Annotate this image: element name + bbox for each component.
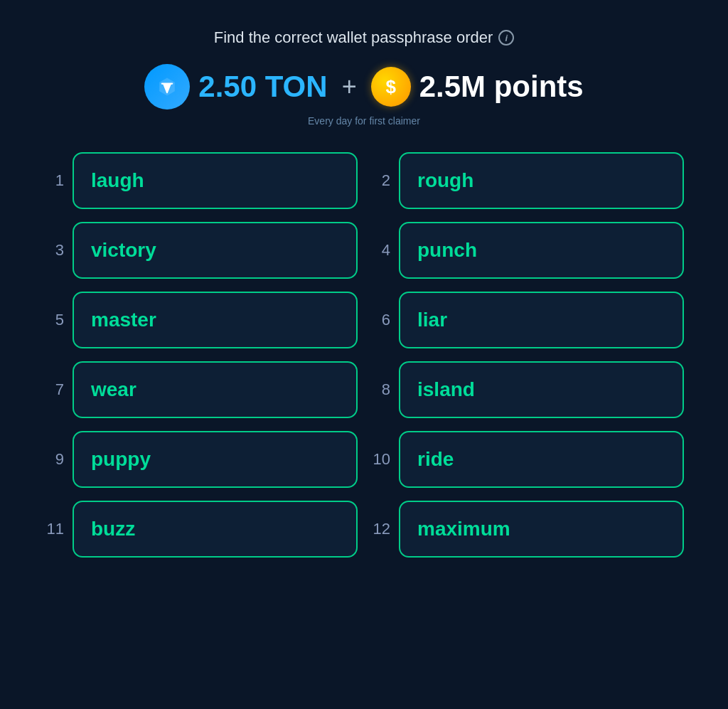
word-item[interactable]: 9puppy	[44, 431, 358, 488]
word-number: 10	[370, 450, 390, 469]
word-item[interactable]: 3victory	[44, 222, 358, 279]
word-box[interactable]: maximum	[399, 501, 684, 558]
word-box[interactable]: puppy	[73, 431, 358, 488]
word-number: 3	[44, 241, 64, 260]
word-box[interactable]: victory	[73, 222, 358, 279]
word-number: 11	[44, 520, 64, 538]
word-grid: 1laugh2rough3victory4punch5master6liar7w…	[44, 152, 684, 558]
word-number: 5	[44, 311, 64, 329]
header-title: Find the correct wallet passphrase order…	[214, 28, 515, 47]
word-box[interactable]: rough	[399, 152, 684, 209]
word-box[interactable]: punch	[399, 222, 684, 279]
word-item[interactable]: 11buzz	[44, 501, 358, 558]
subtitle: Every day for first claimer	[144, 115, 583, 127]
ton-logo-icon	[144, 64, 190, 110]
plus-sign: +	[342, 72, 357, 102]
word-number: 1	[44, 171, 64, 190]
word-item[interactable]: 10ride	[370, 431, 684, 488]
word-number: 8	[370, 380, 390, 399]
word-box[interactable]: island	[399, 361, 684, 418]
word-number: 12	[370, 520, 390, 538]
info-icon[interactable]: i	[498, 30, 514, 46]
word-box[interactable]: wear	[73, 361, 358, 418]
word-item[interactable]: 6liar	[370, 292, 684, 348]
ton-section: 2.50 TON	[144, 64, 327, 110]
word-item[interactable]: 7wear	[44, 361, 358, 418]
word-number: 9	[44, 450, 64, 469]
word-box[interactable]: master	[73, 292, 358, 348]
word-item[interactable]: 2rough	[370, 152, 684, 209]
word-item[interactable]: 12maximum	[370, 501, 684, 558]
word-item[interactable]: 8island	[370, 361, 684, 418]
points-amount: 2.5M points	[419, 70, 584, 104]
word-box[interactable]: buzz	[73, 501, 358, 558]
word-number: 7	[44, 380, 64, 399]
title-text: Find the correct wallet passphrase order	[214, 28, 493, 47]
word-item[interactable]: 5master	[44, 292, 358, 348]
word-number: 2	[370, 171, 390, 190]
word-item[interactable]: 1laugh	[44, 152, 358, 209]
word-item[interactable]: 4punch	[370, 222, 684, 279]
coin-icon: $	[371, 67, 411, 107]
word-number: 6	[370, 311, 390, 329]
points-section: $ 2.5M points	[371, 67, 584, 107]
ton-amount: 2.50 TON	[198, 70, 327, 104]
reward-section: 2.50 TON + $ 2.5M points Every day for f…	[144, 64, 583, 152]
word-number: 4	[370, 241, 390, 260]
word-box[interactable]: liar	[399, 292, 684, 348]
word-box[interactable]: ride	[399, 431, 684, 488]
word-box[interactable]: laugh	[73, 152, 358, 209]
